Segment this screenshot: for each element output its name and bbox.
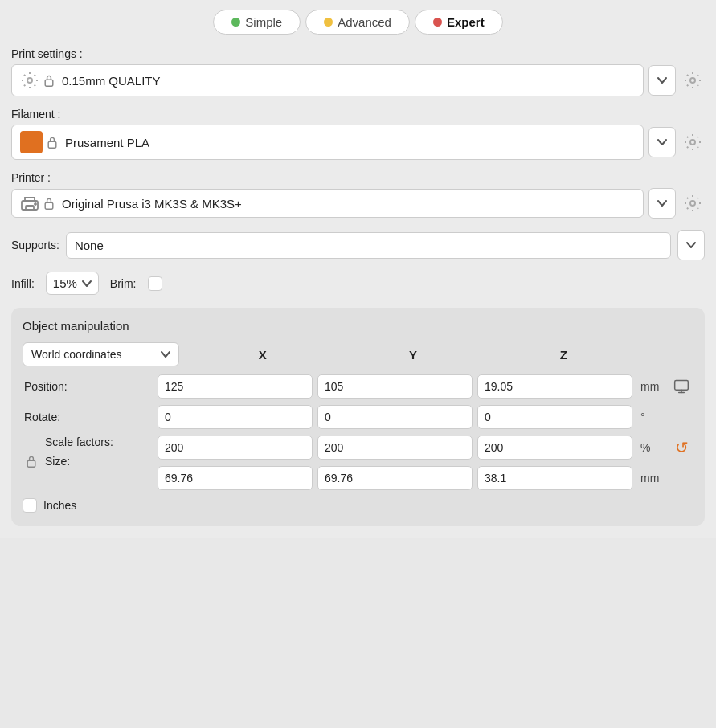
size-unit: mm xyxy=(637,466,665,490)
position-z-field[interactable] xyxy=(477,374,632,399)
inches-checkbox[interactable] xyxy=(23,498,37,513)
svg-rect-3 xyxy=(48,141,56,148)
position-fields: mm xyxy=(149,374,693,399)
scale-y-field[interactable] xyxy=(317,436,473,460)
printer-lock-icon xyxy=(43,197,55,210)
reset-icon[interactable]: ↺ xyxy=(675,438,689,457)
supports-label: Supports: xyxy=(11,239,59,252)
object-manip-title: Object manipulation xyxy=(23,319,693,333)
size-x-field[interactable] xyxy=(158,466,313,490)
expert-dot xyxy=(433,18,442,27)
printer-chevron-icon xyxy=(657,198,667,208)
filament-chevron[interactable] xyxy=(648,127,676,157)
print-lock-icon xyxy=(43,74,55,87)
col-x-label: X xyxy=(187,348,338,362)
print-settings-row: 0.15mm QUALITY xyxy=(11,64,705,96)
filament-row: Prusament PLA xyxy=(11,125,705,160)
col-y-label: Y xyxy=(338,348,488,362)
position-snap-icon[interactable] xyxy=(673,378,689,395)
printer-device-icon xyxy=(20,195,39,211)
print-settings-chevron-icon xyxy=(657,76,667,85)
filament-label: Filament : xyxy=(11,108,705,121)
print-settings-gear-btn-icon xyxy=(683,71,702,90)
mode-advanced-label: Advanced xyxy=(338,15,391,29)
size-label-row: Size: xyxy=(23,455,149,468)
filament-gear-btn-icon xyxy=(683,133,702,152)
svg-point-7 xyxy=(35,203,36,205)
infill-value: 15% xyxy=(53,276,77,290)
rotate-action xyxy=(669,405,693,429)
svg-point-4 xyxy=(690,140,695,145)
rotate-unit: ° xyxy=(637,405,665,429)
brim-label: Brim: xyxy=(110,277,137,290)
printer-gear-button[interactable] xyxy=(681,191,705,215)
svg-point-2 xyxy=(690,78,695,83)
mode-advanced-button[interactable]: Advanced xyxy=(305,10,410,35)
filament-gear-button[interactable] xyxy=(681,130,705,154)
filament-value: Prusament PLA xyxy=(65,136,635,149)
mode-selector: Simple Advanced Expert xyxy=(11,10,705,35)
coordinates-label: World coordinates xyxy=(31,348,154,361)
simple-dot xyxy=(231,18,240,27)
scale-fields: % ↺ xyxy=(158,436,693,460)
coordinates-dropdown[interactable]: World coordinates xyxy=(23,342,179,366)
printer-input[interactable]: Original Prusa i3 MK3S & MK3S+ xyxy=(11,189,644,218)
scale-factors-label: Scale factors: xyxy=(43,436,113,448)
print-settings-chevron[interactable] xyxy=(648,65,676,96)
coordinates-chevron-icon xyxy=(161,350,170,359)
infill-select[interactable]: 15% xyxy=(46,272,99,295)
position-x-field[interactable] xyxy=(158,374,313,399)
filament-input[interactable]: Prusament PLA xyxy=(11,125,644,160)
supports-value: None xyxy=(75,239,662,252)
position-unit: mm xyxy=(637,374,665,399)
size-action xyxy=(669,466,693,490)
print-settings-gear-button[interactable] xyxy=(681,68,705,92)
mode-simple-button[interactable]: Simple xyxy=(213,10,301,35)
scale-x-field[interactable] xyxy=(158,436,313,460)
scale-unit: % xyxy=(637,436,665,460)
print-settings-label: Print settings : xyxy=(11,47,705,60)
advanced-dot xyxy=(324,18,333,27)
rotate-z-field[interactable] xyxy=(477,405,632,429)
rotate-label: Rotate: xyxy=(23,411,149,423)
filament-lock-icon xyxy=(46,136,59,149)
scale-labels: Scale factors: Size: xyxy=(23,436,149,468)
printer-label: Printer : xyxy=(11,171,705,184)
size-label: Size: xyxy=(43,455,70,468)
position-action xyxy=(669,374,693,399)
rotate-y-field[interactable] xyxy=(317,405,473,429)
col-z-label: Z xyxy=(489,348,639,362)
scale-reset-action[interactable]: ↺ xyxy=(669,436,693,460)
supports-input[interactable]: None xyxy=(66,232,671,259)
position-label: Position: xyxy=(23,380,149,393)
inches-row: Inches xyxy=(23,498,693,513)
size-y-field[interactable] xyxy=(317,466,473,490)
printer-chevron[interactable] xyxy=(648,188,676,219)
col-labels: X Y Z xyxy=(179,348,693,362)
printer-row: Original Prusa i3 MK3S & MK3S+ xyxy=(11,188,705,219)
rotate-row: Rotate: ° xyxy=(23,405,693,429)
position-row: Position: mm xyxy=(23,374,693,399)
rotate-x-field[interactable] xyxy=(158,405,313,429)
print-settings-input[interactable]: 0.15mm QUALITY xyxy=(11,64,644,96)
mode-expert-button[interactable]: Expert xyxy=(415,10,503,35)
printer-icons xyxy=(20,195,55,211)
scale-label-row: Scale factors: xyxy=(23,436,149,448)
filament-icons xyxy=(20,131,59,153)
svg-rect-1 xyxy=(45,80,53,86)
filament-chevron-icon xyxy=(657,137,667,147)
scale-z-field[interactable] xyxy=(477,436,632,460)
supports-row: Supports: None xyxy=(11,230,705,260)
scale-size-fields: % ↺ mm xyxy=(149,436,693,490)
size-z-field[interactable] xyxy=(477,466,632,490)
main-panel: Simple Advanced Expert Print settings : xyxy=(0,0,716,538)
supports-chevron[interactable] xyxy=(677,230,705,260)
brim-checkbox[interactable] xyxy=(148,276,162,291)
print-settings-icons xyxy=(20,71,55,90)
svg-rect-6 xyxy=(26,206,34,210)
mode-simple-label: Simple xyxy=(245,15,282,29)
scale-lock-icon xyxy=(25,455,38,468)
position-y-field[interactable] xyxy=(317,374,473,399)
size-fields: mm xyxy=(158,466,693,490)
mode-expert-label: Expert xyxy=(447,15,485,29)
